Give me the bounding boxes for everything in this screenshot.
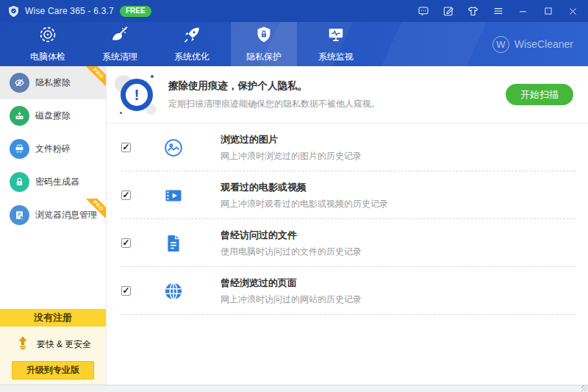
sidebar-item-file-shredder[interactable]: 文件粉碎: [0, 132, 106, 165]
tab-label: 隐私保护: [246, 51, 282, 63]
app-window: Wise Care 365 - 6.3.7 FREE: [0, 0, 588, 392]
edit-icon[interactable]: [442, 5, 454, 18]
eye-off-icon: [10, 73, 29, 93]
tab-pc-checkup[interactable]: 电脑体检: [15, 22, 81, 66]
broom-icon: [110, 25, 129, 47]
item-description: 使用电脑时访问过的文件的历史记录: [220, 246, 362, 258]
browsed-images-checkbox[interactable]: [121, 143, 131, 152]
free-badge[interactable]: FREE: [120, 6, 151, 17]
sidebar-item-label: 文件粉碎: [35, 143, 71, 155]
minimize-icon[interactable]: [517, 5, 529, 18]
sidebar-item-label: 磁盘擦除: [35, 110, 71, 122]
close-icon[interactable]: [567, 5, 579, 18]
tab-label: 系统清理: [102, 51, 137, 63]
sidebar-item-privacy-eraser[interactable]: 隐私擦除 PRO: [0, 66, 106, 99]
video-icon: [163, 185, 184, 206]
tab-privacy-protect[interactable]: 隐私保护: [231, 22, 297, 66]
promo-text: 要快 & 更安全: [37, 338, 92, 351]
sidebar-item-label: 密码生成器: [35, 176, 79, 188]
resize-grip-icon[interactable]: [581, 385, 587, 391]
app-shield-icon: [7, 5, 20, 18]
list-item-visited-pages[interactable]: 曾经浏览过的页面 网上冲浪时访问过的网站的历史记录: [107, 267, 588, 315]
brand-name: WiseCleaner: [514, 38, 573, 50]
list-item-browsed-images[interactable]: 浏览过的图片 网上冲浪时浏览过的图片的历史记录: [107, 124, 588, 171]
rocket-icon: [182, 25, 201, 47]
status-bar: [0, 385, 588, 392]
upgrade-promo: 要快 & 更安全 升级到专业版: [0, 327, 106, 385]
upgrade-arrow-icon: [15, 335, 31, 354]
title-bar: Wise Care 365 - 6.3.7 FREE: [0, 0, 588, 22]
sidebar-spacer: [0, 232, 106, 309]
item-title: 曾经访问过的文件: [220, 229, 362, 242]
sidebar-item-disk-eraser[interactable]: 磁盘擦除: [0, 99, 106, 132]
password-lock-icon: [10, 172, 29, 192]
not-registered-banner: 没有注册: [0, 309, 106, 327]
tab-label: 电脑体检: [30, 51, 65, 63]
trace-category-list: 浏览过的图片 网上冲浪时浏览过的图片的历史记录 观看过的电影或视频 网上冲浪时观…: [107, 124, 588, 385]
sidebar-item-label: 隐私擦除: [35, 76, 71, 89]
sidebar-item-password-generator[interactable]: 密码生成器: [0, 165, 106, 199]
wisecleaner-brand[interactable]: W WiseCleaner: [492, 22, 573, 66]
upgrade-to-pro-button[interactable]: 升级到专业版: [12, 361, 94, 379]
main-navigation: 电脑体检 系统清理 系统优化 隐私保护 系统监视 W: [0, 22, 588, 66]
item-description: 网上冲浪时观看过的电影或视频的历史记录: [220, 198, 388, 210]
item-description: 网上冲浪时浏览过的图片的历史记录: [220, 150, 362, 163]
item-title: 观看过的电影或视频: [220, 181, 388, 194]
tab-label: 系统优化: [174, 51, 209, 63]
list-item-watched-videos[interactable]: 观看过的电影或视频 网上冲浪时观看过的电影或视频的历史记录: [107, 171, 588, 219]
privacy-eraser-panel: ! 擦除使用痕迹，保护个人隐私。 定期扫描清理痕迹能确保您的隐私数据不被他人窥视…: [107, 66, 588, 385]
list-item-accessed-files[interactable]: 曾经访问过的文件 使用电脑时访问过的文件的历史记录: [107, 219, 588, 267]
skin-icon[interactable]: [467, 5, 479, 18]
tab-label: 系统监视: [318, 51, 354, 63]
watched-videos-checkbox[interactable]: [121, 190, 131, 200]
globe-icon: [163, 281, 184, 302]
start-scan-button[interactable]: 开始扫描: [506, 84, 573, 105]
tab-system-clean[interactable]: 系统清理: [87, 22, 153, 66]
item-title: 浏览过的图片: [220, 133, 362, 146]
pro-ribbon: PRO: [83, 66, 106, 88]
menu-icon[interactable]: [492, 5, 504, 18]
file-icon: [163, 233, 184, 254]
sidebar: 隐私擦除 PRO 磁盘擦除 文件粉碎 密码生成器: [0, 66, 107, 385]
tab-system-monitor[interactable]: 系统监视: [303, 22, 369, 66]
browser-message-icon: [10, 205, 29, 225]
maximize-icon[interactable]: [542, 5, 554, 18]
sidebar-item-label: 浏览器消息管理: [35, 209, 97, 221]
wisecleaner-logo-icon: W: [492, 36, 509, 53]
shield-lock-icon: [254, 25, 273, 47]
visited-pages-checkbox[interactable]: [121, 286, 131, 296]
item-description: 网上冲浪时访问过的网站的历史记录: [220, 293, 362, 306]
monitor-icon: [326, 25, 345, 47]
panel-title: 擦除使用痕迹，保护个人隐私。: [168, 79, 380, 93]
feedback-icon[interactable]: [417, 5, 429, 18]
file-shredder-icon: [10, 139, 29, 159]
pc-checkup-icon: [38, 25, 57, 47]
window-title: Wise Care 365 - 6.3.7: [25, 6, 114, 16]
item-title: 曾经浏览过的页面: [220, 277, 362, 290]
image-icon: [163, 138, 184, 158]
alert-circle-icon: !: [115, 74, 158, 116]
panel-header: ! 擦除使用痕迹，保护个人隐私。 定期扫描清理痕迹能确保您的隐私数据不被他人窥视…: [107, 66, 588, 124]
accessed-files-checkbox[interactable]: [121, 238, 131, 248]
panel-subtitle: 定期扫描清理痕迹能确保您的隐私数据不被他人窥视。: [168, 98, 380, 110]
sidebar-item-browser-message-manager[interactable]: 浏览器消息管理 PRO: [0, 199, 106, 232]
disk-erase-icon: [10, 106, 29, 126]
tab-system-optimize[interactable]: 系统优化: [159, 22, 225, 66]
